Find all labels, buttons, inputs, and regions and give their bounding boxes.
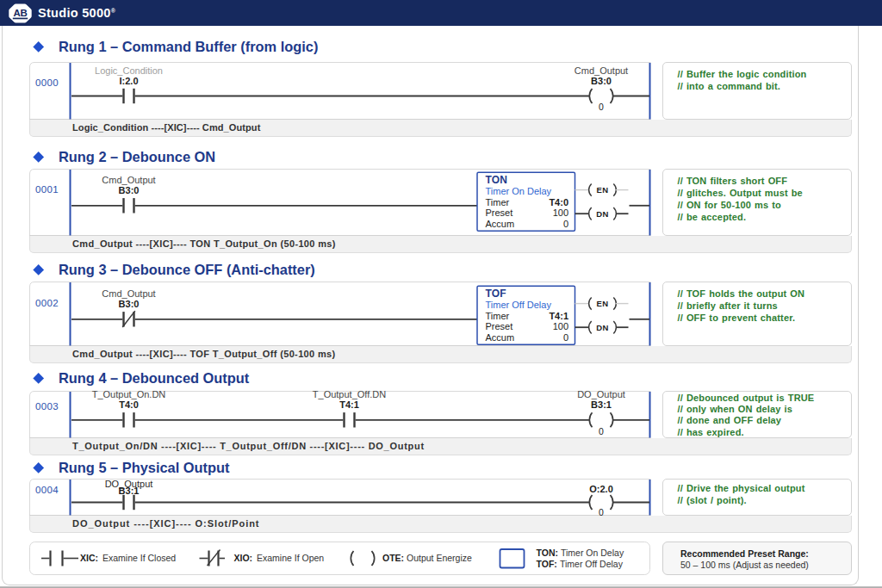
svg-text:DN: DN [596, 209, 609, 219]
svg-text:100: 100 [553, 207, 568, 218]
svg-text:Timer On Delay: Timer On Delay [561, 548, 624, 558]
svg-text:EN: EN [596, 185, 608, 195]
svg-text:B3:0: B3:0 [119, 299, 140, 309]
svg-text:EN: EN [596, 299, 608, 308]
svg-text:B3:1: B3:1 [119, 486, 140, 496]
svg-text:DO_Output: DO_Output [577, 391, 625, 399]
svg-text:0002: 0002 [35, 298, 59, 308]
svg-text:Timer On Delay: Timer On Delay [486, 186, 552, 196]
svg-text:0001: 0001 [35, 184, 59, 195]
svg-text:0004: 0004 [35, 485, 59, 495]
svg-text:O:2.0: O:2.0 [589, 484, 613, 494]
svg-text:B3:0: B3:0 [119, 185, 140, 195]
svg-text:Logic_Condition: Logic_Condition [95, 65, 163, 76]
svg-text:OTE:: OTE: [382, 553, 404, 563]
svg-text:0: 0 [599, 426, 604, 436]
svg-text:T4:1: T4:1 [339, 399, 359, 410]
svg-text:0: 0 [599, 102, 604, 112]
svg-text:Timer Off Delay: Timer Off Delay [560, 559, 624, 569]
svg-text:T4:0: T4:0 [119, 399, 139, 410]
svg-text:T_Output_Off.DN: T_Output_Off.DN [313, 391, 386, 399]
svg-text:100: 100 [553, 321, 568, 331]
svg-text:0000: 0000 [35, 77, 59, 88]
svg-text:I:2.0: I:2.0 [119, 76, 138, 86]
svg-text:T_Output_On.DN: T_Output_On.DN [92, 391, 166, 399]
svg-text:Cmd_Output: Cmd_Output [575, 65, 628, 76]
svg-text:T4:1: T4:1 [549, 311, 568, 321]
svg-text:Cmd_Output: Cmd_Output [102, 175, 155, 185]
svg-text:B3:0: B3:0 [591, 76, 612, 86]
svg-text:Preset: Preset [486, 321, 513, 331]
svg-text:Timer: Timer [486, 311, 510, 321]
svg-text:TOF: TOF [486, 288, 506, 300]
svg-text:T4:0: T4:0 [549, 197, 568, 207]
svg-text:0: 0 [563, 219, 568, 229]
svg-text:Accum: Accum [486, 332, 515, 343]
svg-text:TON: TON [486, 174, 508, 186]
svg-text:Output Energize: Output Energize [407, 553, 472, 563]
svg-text:Examine If Open: Examine If Open [257, 553, 324, 563]
svg-text:XIC:: XIC: [80, 553, 98, 563]
svg-text:B3:1: B3:1 [591, 399, 612, 410]
svg-text:XIO:: XIO: [234, 553, 253, 563]
svg-text:TON:: TON: [537, 548, 558, 558]
svg-text:0: 0 [599, 507, 604, 516]
svg-text:TOF:: TOF: [537, 559, 557, 569]
svg-text:AB: AB [13, 8, 27, 18]
svg-text:Timer Off Delay: Timer Off Delay [486, 300, 552, 310]
svg-text:Examine If Closed: Examine If Closed [102, 553, 176, 563]
svg-text:Preset: Preset [486, 207, 513, 218]
svg-text:0: 0 [563, 332, 568, 343]
svg-text:Timer: Timer [486, 197, 510, 207]
svg-text:Cmd_Output: Cmd_Output [102, 288, 155, 299]
svg-text:DN: DN [596, 323, 609, 332]
svg-text:0003: 0003 [35, 401, 59, 412]
svg-text:Accum: Accum [486, 219, 515, 229]
